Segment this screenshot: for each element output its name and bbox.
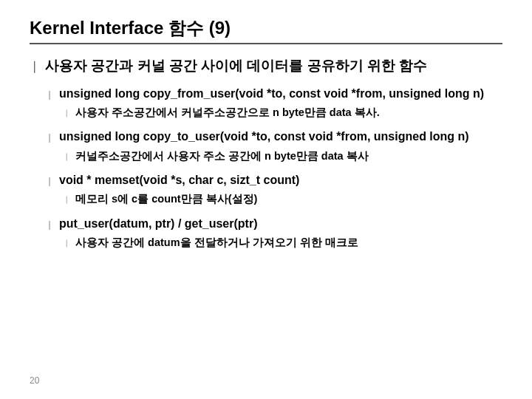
list-item: ❘ put_user(datum, ptr) / get_user(ptr) ❘… (46, 216, 502, 250)
bullet-icon: ❘ (46, 219, 53, 230)
func-signature: unsigned long copy_to_user(void *to, con… (59, 129, 469, 145)
func-signature: put_user(datum, ptr) / get_user(ptr) (59, 216, 257, 232)
func-signature: void * memset(void *s, char c, sizt_t co… (59, 172, 299, 188)
bullet-icon: ❘ (64, 239, 69, 247)
page-number: 20 (30, 375, 39, 386)
func-desc: 커널주소공간에서 사용자 주소 공간에 n byte만큼 data 복사 (75, 149, 369, 163)
func-desc: 메모리 s에 c를 count만큼 복사(설정) (75, 191, 257, 206)
bullet-icon: ❘ (46, 132, 53, 143)
list-item: ❘ void * memset(void *s, char c, sizt_t … (46, 172, 502, 207)
func-signature: unsigned long copy_from_user(void *to, c… (59, 86, 484, 102)
main-bullet: ❘ 사용자 공간과 커널 공간 사이에 데이터를 공유하기 위한 함수 (30, 56, 502, 75)
bullet-icon: ❘ (64, 152, 69, 160)
list-item: ❘ unsigned long copy_from_user(void *to,… (46, 86, 502, 120)
main-text: 사용자 공간과 커널 공간 사이에 데이터를 공유하기 위한 함수 (45, 56, 427, 75)
bullet-icon: ❘ (46, 176, 53, 186)
func-desc: 사용자 공간에 datum을 전달하거나 가져오기 위한 매크로 (75, 235, 358, 250)
bullet-icon: ❘ (64, 195, 69, 203)
bullet-icon: ❘ (46, 89, 53, 100)
list-item: ❘ unsigned long copy_to_user(void *to, c… (46, 129, 502, 163)
bullet-icon: ❘ (30, 59, 39, 75)
slide-title: Kernel Interface 함수 (9) (30, 16, 502, 44)
func-desc: 사용자 주소공간에서 커널주소공간으로 n byte만큼 data 복사. (75, 105, 380, 120)
sub-list: ❘ unsigned long copy_from_user(void *to,… (46, 86, 502, 250)
bullet-icon: ❘ (64, 109, 69, 117)
